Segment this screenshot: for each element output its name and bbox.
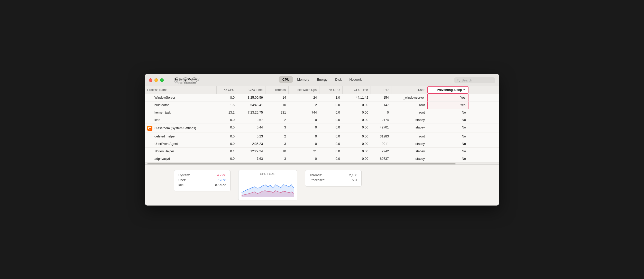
cell-gpu-pct: 0.0 [319, 101, 343, 109]
titlebar: i CPU Memory Energy Disk Network [145, 74, 499, 86]
cell-cpu-time: 9.57 [237, 116, 265, 124]
cell-cpu-time: 54:48.41 [237, 101, 265, 109]
cell-pid: 42701 [371, 124, 391, 133]
threads-label: Threads: [309, 173, 322, 177]
col-header-pid[interactable]: PID [371, 86, 391, 94]
cell-preventing-sleep: Yes [427, 101, 468, 109]
col-header-process-name[interactable]: Process Name [145, 86, 217, 94]
table-row[interactable]: Notion Helper 0.1 12:29.24 10 21 0.0 0.0… [145, 148, 499, 155]
cell-user: stacey [391, 124, 427, 133]
cpu-load-label: CPU LOAD [242, 172, 294, 175]
cell-cpu-time: 12:29.24 [237, 148, 265, 155]
cell-preventing-sleep: No [427, 140, 468, 147]
cell-process-name: UserEventAgent [145, 140, 217, 147]
col-header-user[interactable]: User [391, 86, 427, 94]
search-input[interactable] [462, 78, 492, 82]
cell-process-name: kernel_task [145, 109, 217, 116]
tab-memory[interactable]: Memory [293, 76, 313, 83]
cell-threads: 3 [265, 124, 289, 133]
cpu-load-panel: CPU LOAD [238, 170, 297, 200]
svg-rect-13 [149, 129, 151, 129]
col-header-gpu-time[interactable]: GPU Time [343, 86, 371, 94]
cell-idle-wake-ups: 24 [289, 94, 319, 101]
cell-gpu-time: 0.00 [343, 155, 371, 162]
minimize-button[interactable] [154, 78, 158, 82]
system-stat-row: System: 4.72% [178, 173, 226, 177]
threads-stat-row: Threads: 2,160 [309, 173, 357, 177]
app-title-text: Activity Monitor [174, 77, 200, 81]
cell-threads: 2 [265, 116, 289, 124]
search-bar[interactable] [454, 77, 495, 83]
svg-point-8 [457, 79, 459, 81]
app-title: Activity Monitor All Processes [174, 77, 200, 84]
cell-cpu-pct: 8.0 [217, 94, 237, 101]
cell-idle-wake-ups: 21 [289, 148, 319, 155]
scroll-thumb[interactable] [147, 163, 456, 164]
cell-cpu-pct: 0.1 [217, 148, 237, 155]
cell-gpu-time: 0.00 [343, 109, 371, 116]
col-header-preventing-sleep[interactable]: Preventing Sleep ▼ [427, 86, 468, 94]
cell-process-name: Classroom (System Settings) [145, 124, 217, 133]
table-row[interactable]: adprivacyd 0.0 7.63 3 0 0.0 0.00 80737 s… [145, 155, 499, 163]
cell-gpu-pct: 1.0 [319, 94, 343, 101]
cell-threads: 10 [265, 101, 289, 109]
cell-pid: 2011 [371, 140, 391, 147]
search-icon [457, 79, 460, 82]
activity-monitor-window: i CPU Memory Energy Disk Network [145, 74, 499, 206]
col-header-idle-wake-ups[interactable]: Idle Wake Ups [289, 86, 319, 94]
cell-cpu-time: 2:35.23 [237, 140, 265, 147]
tab-cpu[interactable]: CPU [279, 76, 293, 83]
close-button[interactable] [149, 78, 152, 82]
cell-preventing-sleep: No [427, 155, 468, 162]
cell-preventing-sleep: Yes [427, 94, 468, 101]
tab-network[interactable]: Network [346, 76, 365, 83]
cell-pid: 2242 [371, 148, 391, 155]
cell-process-name: WindowServer [145, 94, 217, 101]
cell-user: stacey [391, 116, 427, 124]
col-header-cpu-time[interactable]: CPU Time [237, 86, 265, 94]
maximize-button[interactable] [160, 78, 164, 82]
idle-value: 87.50% [215, 183, 226, 187]
cell-threads: 3 [265, 155, 289, 162]
cell-gpu-time: 0.00 [343, 124, 371, 133]
cell-threads: 2 [265, 133, 289, 140]
cell-process-name: adprivacyd [145, 155, 217, 162]
svg-line-9 [459, 81, 460, 82]
cell-preventing-sleep: No [427, 109, 468, 116]
horizontal-scrollbar[interactable] [145, 163, 499, 165]
tab-energy[interactable]: Energy [313, 76, 331, 83]
cell-idle-wake-ups: 0 [289, 140, 319, 147]
col-header-threads[interactable]: Threads [265, 86, 289, 94]
traffic-lights [149, 78, 164, 82]
cell-user: _windowserver [391, 94, 427, 101]
table-row[interactable]: bluetoothd 1.5 54:48.41 10 2 0.0 0.00 14… [145, 101, 499, 109]
cell-preventing-sleep: No [427, 133, 468, 140]
table-row[interactable]: Classroom (System Settings) 0.0 0.44 3 0… [145, 124, 499, 133]
table-row[interactable]: kernel_task 13.2 7:23:25.75 231 744 0.0 … [145, 109, 499, 116]
table-row[interactable]: deleted_helper 0.0 0.23 2 0 0.0 0.00 312… [145, 133, 499, 140]
idle-stat-row: Idle: 87.50% [178, 183, 226, 187]
cell-preventing-sleep: No [427, 148, 468, 155]
col-header-cpu-pct[interactable]: % CPU [217, 86, 237, 94]
cell-gpu-pct: 0.0 [319, 155, 343, 162]
cell-gpu-pct: 0.0 [319, 140, 343, 147]
app-subtitle-text: All Processes [174, 81, 200, 84]
cell-pid: 147 [371, 101, 391, 109]
processes-label: Processes: [309, 178, 325, 182]
cell-gpu-time: 0.00 [343, 133, 371, 140]
table-row[interactable]: UserEventAgent 0.0 2:35.23 3 0 0.0 0.00 … [145, 140, 499, 148]
cell-preventing-sleep: No [427, 124, 468, 133]
table-row[interactable]: icdd 0.0 9.57 2 0 0.0 0.00 2174 stacey N… [145, 116, 499, 124]
cell-gpu-time: 44:11.42 [343, 94, 371, 101]
col-header-gpu-pct[interactable]: % GPU [319, 86, 343, 94]
cell-user: stacey [391, 155, 427, 162]
cell-idle-wake-ups: 744 [289, 109, 319, 116]
cell-gpu-time: 0.00 [343, 101, 371, 109]
processes-stat-row: Processes: 531 [309, 178, 357, 182]
sort-arrow-icon: ▼ [463, 88, 465, 91]
tab-disk[interactable]: Disk [332, 76, 345, 83]
table-row[interactable]: WindowServer 8.0 3:25:00.59 14 24 1.0 44… [145, 94, 499, 101]
system-value: 4.72% [217, 173, 226, 177]
cell-cpu-time: 7.63 [237, 155, 265, 162]
cell-idle-wake-ups: 2 [289, 101, 319, 109]
